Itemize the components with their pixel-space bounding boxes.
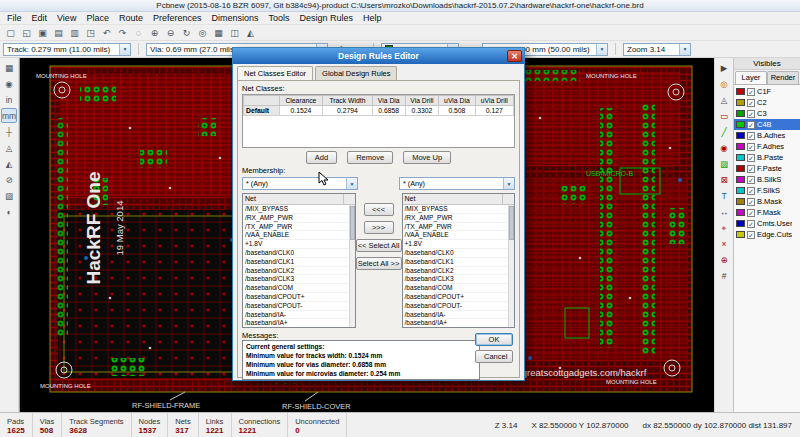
menu-view[interactable]: View [52,13,81,23]
net-list-left[interactable]: Net /MIX_BYPASS/RX_AMP_PWR/TX_AMP_PWR/VA… [242,193,356,328]
chevron-down-icon[interactable]: ▼ [503,178,514,189]
layer-row-f-mask[interactable]: ✓F.Mask [734,207,800,218]
net-item[interactable]: /baseband/CLK1 [243,258,355,267]
layer-row-f-silks[interactable]: ✓F.SilkS [734,185,800,196]
layer-row-b-paste[interactable]: ✓B.Paste [734,152,800,163]
layer-visibility-checkbox[interactable]: ✓ [747,176,755,184]
add-dimension-icon[interactable]: ↔ [716,204,732,219]
tab-layer[interactable]: Layer [735,71,767,84]
select-all-left-button[interactable]: << Select All [356,239,402,252]
remove-button[interactable]: Remove [347,151,393,164]
undo-icon[interactable]: ↶ [99,26,114,40]
net-class-cell[interactable]: 0.2794 [323,106,373,116]
add-text-icon[interactable]: T [716,188,732,203]
layer-row-edge-cuts[interactable]: ✓Edge.Cuts [734,229,800,240]
layer-row-c3[interactable]: ✓C3 [734,108,800,119]
menu-tools[interactable]: Tools [264,13,295,23]
menu-edit[interactable]: Edit [27,13,53,23]
net-item[interactable]: /baseband/CLK2 [243,267,355,276]
layer-visibility-checkbox[interactable]: ✓ [747,209,755,217]
net-item[interactable]: /MIX_BYPASS [243,205,355,214]
net-item[interactable]: /baseband/CLK3 [243,275,355,284]
new-board-icon[interactable]: ▢ [3,26,18,40]
net-class-cell[interactable]: 0.127 [475,106,513,116]
net-list-scrollbar[interactable] [508,205,514,327]
layer-visibility-checkbox[interactable]: ✓ [747,154,755,162]
layer-row-cmts-user[interactable]: ✓Cmts.User [734,218,800,229]
layer-visibility-checkbox[interactable]: ✓ [747,88,755,96]
tab-net-classes-editor[interactable]: Net Classes Editor [237,66,313,80]
menu-route[interactable]: Route [114,13,148,23]
net-item[interactable]: /baseband/IA+ [403,319,515,328]
zoom-combo[interactable]: Zoom 3.14 ▼ [623,43,691,56]
select-all-right-button[interactable]: Select All >> [356,257,402,270]
viewer-3d-icon[interactable]: ◭ [243,26,258,40]
menu-help[interactable]: Help [358,13,387,23]
tab-render[interactable]: Render [767,71,799,84]
add-via-icon[interactable]: ◉ [716,140,732,155]
net-item[interactable]: /baseband/CPOUT- [243,302,355,311]
layer-visibility-checkbox[interactable]: ✓ [747,231,755,239]
dialog-titlebar[interactable]: Design Rules Editor ✕ [233,48,524,64]
net-item[interactable]: /VAA_ENABLE [403,231,515,240]
net-class-cell[interactable]: 0.508 [439,106,475,116]
chevron-down-icon[interactable]: ▼ [119,44,130,55]
zoom-out-icon[interactable]: ⊖ [163,26,178,40]
zoom-fit-icon[interactable]: ◎ [195,26,210,40]
units-mm-icon[interactable]: mm [1,108,17,123]
net-item[interactable]: /baseband/CLK0 [403,249,515,258]
redraw-icon[interactable]: ↻ [179,26,194,40]
zoom-in-icon[interactable]: ⊕ [147,26,162,40]
menu-file[interactable]: File [2,13,27,23]
drill-origin-icon[interactable]: ⊕ [716,252,732,267]
net-item[interactable]: +1.8V [243,240,355,249]
show-zones-icon[interactable]: ▨ [1,188,17,203]
cancel-button[interactable]: Cancel [475,350,513,363]
move-selected-right-button[interactable]: >>> [364,221,394,234]
net-class-row[interactable]: Default0.15240.27940.68580.33020.5080.12… [244,106,514,116]
net-list-scrollbar[interactable] [349,205,355,327]
net-class-cell[interactable]: 0.6858 [372,106,405,116]
layer-visibility-checkbox[interactable]: ✓ [747,143,755,151]
chevron-down-icon[interactable]: ▼ [596,44,607,55]
net-class-cell[interactable]: 0.1524 [279,106,322,116]
find-icon[interactable]: ◌ [131,26,146,40]
page-settings-icon[interactable]: ▤ [51,26,66,40]
ratsnest-icon[interactable]: ◬ [1,140,17,155]
delete-items-icon[interactable]: × [716,236,732,251]
plot-icon[interactable]: ◳ [83,26,98,40]
track-width-combo[interactable]: Track: 0.279 mm (11.00 mils) ▼ [3,43,131,56]
layer-row-f-adhes[interactable]: ✓F.Adhes [734,141,800,152]
net-item[interactable]: /MIX_BYPASS [403,205,515,214]
net-item[interactable]: /baseband/COM [243,284,355,293]
net-item[interactable]: /RX_AMP_PWR [403,214,515,223]
layer-visibility-checkbox[interactable]: ✓ [747,110,755,118]
menu-place[interactable]: Place [81,13,114,23]
layer-row-b-adhes[interactable]: ✓B.Adhes [734,130,800,141]
high-contrast-icon[interactable]: ◐ [1,204,17,219]
net-item[interactable]: /baseband/CPOUT+ [243,293,355,302]
layer-row-c2[interactable]: ✓C2 [734,97,800,108]
module-ratsnest-icon[interactable]: ◭ [1,156,17,171]
left-filter-combo[interactable]: * (Any) ▼ [242,177,358,190]
net-item[interactable]: /baseband/CPOUT- [403,302,515,311]
add-target-icon[interactable]: ⌖ [716,220,732,235]
net-item[interactable]: +1.8V [403,240,515,249]
grid-origin-icon[interactable]: # [716,268,732,283]
polar-coords-icon[interactable]: ◉ [1,76,17,91]
ok-button[interactable]: OK [475,333,513,346]
layer-row-c4b[interactable]: ✓C4B [734,119,800,130]
net-item[interactable]: /VAA_ENABLE [243,231,355,240]
redo-icon[interactable]: ↷ [115,26,130,40]
add-keepout-icon[interactable]: ⊠ [716,172,732,187]
right-filter-combo[interactable]: * (Any) ▼ [399,177,515,190]
menu-design-rules[interactable]: Design Rules [295,13,359,23]
net-item[interactable]: /baseband/CLK3 [403,275,515,284]
net-class-cell[interactable]: 0.3302 [405,106,439,116]
net-item[interactable]: /TX_AMP_PWR [243,223,355,232]
menu-dimensions[interactable]: Dimensions [206,13,263,23]
add-track-icon[interactable]: ╱ [716,124,732,139]
layer-visibility-checkbox[interactable]: ✓ [747,220,755,228]
net-item[interactable]: /RX_AMP_PWR [243,214,355,223]
local-ratsnest-icon[interactable]: ◬ [716,92,732,107]
